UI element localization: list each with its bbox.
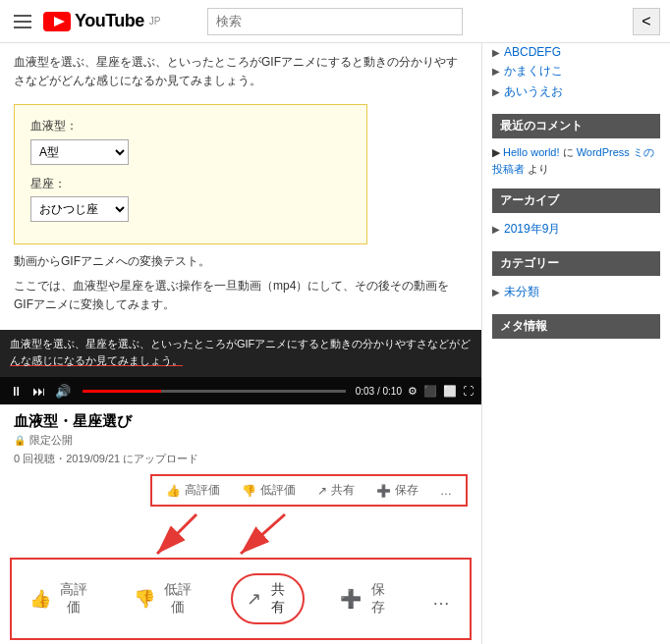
save-icon-large: ➕ bbox=[340, 588, 362, 610]
article-preview: 血液型を選ぶ、星座を選ぶ、といったところがGIFアニメにすると動きの分かりやすさ… bbox=[0, 43, 481, 330]
arrows-svg bbox=[123, 510, 359, 558]
save-icon-small: ➕ bbox=[376, 484, 391, 498]
sidebar-link-abcdefg[interactable]: ABCDEFG bbox=[504, 45, 561, 59]
share-icon-small: ↗ bbox=[317, 484, 327, 498]
youtube-jp-suffix: JP bbox=[149, 16, 161, 27]
dislike-icon-large: 👎 bbox=[134, 588, 155, 610]
blood-type-select[interactable]: A型 B型 O型 AB型 bbox=[30, 139, 129, 165]
pause-button[interactable]: ⏸ bbox=[8, 384, 25, 399]
action-bar-top-wrapper: 👍 高評価 👎 低評価 ↗ 共有 ➕ 保存 … bbox=[0, 474, 481, 510]
sidebar: ▶ ABCDEFG ▶ かまくけこ ▶ あいうえお 最近のコメント ▶ Hell… bbox=[481, 43, 670, 644]
bullet-icon: ▶ bbox=[492, 66, 500, 77]
youtube-text: YouTube bbox=[75, 11, 144, 31]
like-icon-large: 👍 bbox=[29, 588, 51, 610]
fullscreen-icon[interactable]: ⛶ bbox=[463, 385, 474, 397]
progress-bar[interactable] bbox=[83, 390, 346, 393]
meta-title: メタ情報 bbox=[492, 314, 660, 339]
privacy-label: 限定公開 bbox=[29, 433, 73, 448]
main-content: 血液型を選ぶ、星座を選ぶ、といったところがGIFアニメにすると動きの分かりやすさ… bbox=[0, 43, 670, 644]
video-privacy: 🔒 限定公開 bbox=[14, 433, 468, 448]
comment-item: ▶ Hello world! に WordPress ミの投稿者 より bbox=[492, 144, 660, 177]
category-title: カテゴリー bbox=[492, 251, 660, 276]
header-action-button[interactable]: < bbox=[633, 8, 660, 35]
hamburger-menu-button[interactable] bbox=[10, 11, 35, 32]
like-label-large: 高評価 bbox=[57, 581, 90, 617]
article-desc1: 動画からGIFアニメへの変換テスト。 bbox=[14, 252, 468, 271]
comment-link-helloworld[interactable]: Hello world! bbox=[503, 146, 559, 158]
theater-icon[interactable]: ⬜ bbox=[443, 385, 457, 398]
bullet-icon: ▶ bbox=[492, 47, 500, 58]
action-bar-top-redbox: 👍 高評価 👎 低評価 ↗ 共有 ➕ 保存 … bbox=[150, 474, 468, 507]
video-meta: 0 回視聴・2019/09/21 にアップロード bbox=[14, 452, 468, 466]
like-icon-small: 👍 bbox=[166, 484, 181, 498]
article-desc2: ここでは、血液型や星座を選ぶ操作を一旦動画（mp4）にして、その後その動画をGI… bbox=[14, 277, 468, 314]
dislike-icon-small: 👎 bbox=[242, 484, 256, 498]
lock-icon: 🔒 bbox=[14, 435, 26, 446]
view-count: 0 回視聴 bbox=[14, 453, 55, 464]
volume-button[interactable]: 🔊 bbox=[53, 384, 73, 399]
next-button[interactable]: ⏭ bbox=[30, 384, 47, 399]
sidebar-item-abcdefg[interactable]: ▶ ABCDEFG bbox=[492, 43, 660, 61]
dislike-button-small[interactable]: 👎 低評価 bbox=[238, 480, 300, 501]
video-section: 血液型を選ぶ、星座を選ぶ、といったところがGIFアニメにすると動きの分かりやすさ… bbox=[0, 43, 481, 644]
more-label-large: … bbox=[432, 589, 452, 610]
more-button-large[interactable]: … bbox=[424, 585, 460, 614]
search-bar[interactable] bbox=[207, 8, 463, 35]
sidebar-link-kamaku[interactable]: かまくけこ bbox=[504, 63, 563, 80]
header-left: YouTubeJP bbox=[10, 11, 161, 32]
like-button-large[interactable]: 👍 高評価 bbox=[22, 577, 98, 620]
archive-link-2019-09[interactable]: 2019年9月 bbox=[504, 221, 560, 238]
dislike-label-large: 低評価 bbox=[161, 581, 195, 617]
progress-fill bbox=[83, 390, 161, 393]
save-label-small: 保存 bbox=[395, 482, 419, 499]
svg-line-3 bbox=[241, 514, 285, 554]
more-button-small[interactable]: … bbox=[436, 482, 456, 500]
svg-line-2 bbox=[157, 514, 196, 554]
share-button-small[interactable]: ↗ 共有 bbox=[313, 480, 359, 501]
header-right: < bbox=[633, 8, 660, 35]
overlay-line1: 血液型を選ぶ、星座を選ぶ、といったところがGIFアニメにすると動きの分かりやすさ… bbox=[10, 336, 472, 352]
like-label-small: 高評価 bbox=[185, 482, 220, 499]
bullet-icon: ▶ bbox=[492, 86, 500, 97]
sidebar-item-kamaku[interactable]: ▶ かまくけこ bbox=[492, 61, 660, 81]
sidebar-archive: アーカイブ ▶ 2019年9月 bbox=[492, 188, 660, 240]
save-button-large[interactable]: ➕ 保存 bbox=[332, 577, 397, 620]
video-overlay-text: 血液型を選ぶ、星座を選ぶ、といったところがGIFアニメにすると動きの分かりやすさ… bbox=[0, 330, 481, 374]
like-button-small[interactable]: 👍 高評価 bbox=[162, 480, 224, 501]
form-box: 血液型： A型 B型 O型 AB型 星座： おひつじ座 おうし座 ふたご座 bbox=[14, 104, 367, 243]
action-bar-large: 👍 高評価 👎 低評価 ↗ 共有 ➕ 保存 … bbox=[10, 558, 472, 640]
video-title: 血液型・星座選び bbox=[14, 412, 468, 431]
sidebar-item-uncategorized[interactable]: ▶ 未分類 bbox=[492, 282, 660, 302]
overlay-line2: んな感じになるか見てみましょう。 bbox=[10, 352, 472, 369]
sidebar-item-aiueo[interactable]: ▶ あいうえお bbox=[492, 81, 660, 102]
search-input[interactable] bbox=[207, 8, 463, 35]
video-player[interactable]: 血液型を選ぶ、星座を選ぶ、といったところがGIFアニメにすると動きの分かりやすさ… bbox=[0, 330, 481, 404]
video-info: 血液型・星座選び 🔒 限定公開 0 回視聴・2019/09/21 にアップロード bbox=[0, 404, 481, 474]
blood-type-label: 血液型： bbox=[30, 117, 351, 135]
zodiac-select[interactable]: おひつじ座 おうし座 ふたご座 bbox=[30, 196, 129, 222]
zodiac-label: 星座： bbox=[30, 175, 351, 193]
youtube-play-icon bbox=[43, 12, 71, 31]
share-icon-large: ↗ bbox=[247, 588, 261, 610]
settings-icon[interactable]: ⚙ bbox=[408, 385, 418, 398]
bullet-icon: ▶ bbox=[492, 224, 500, 235]
video-container: 血液型を選ぶ、星座を選ぶ、といったところがGIFアニメにすると動きの分かりやすさ… bbox=[0, 330, 481, 404]
dislike-button-large[interactable]: 👎 低評価 bbox=[126, 577, 202, 620]
subtitles-icon[interactable]: ⬛ bbox=[423, 385, 437, 398]
category-link-uncategorized[interactable]: 未分類 bbox=[504, 284, 539, 300]
sidebar-link-aiueo[interactable]: あいうえお bbox=[504, 83, 563, 100]
sidebar-item-2019-09[interactable]: ▶ 2019年9月 bbox=[492, 219, 660, 240]
youtube-logo[interactable]: YouTubeJP bbox=[43, 11, 161, 31]
bullet-icon: ▶ bbox=[492, 287, 500, 297]
archive-title: アーカイブ bbox=[492, 188, 660, 213]
time-display: 0:03 / 0:10 bbox=[356, 386, 402, 397]
save-button-small[interactable]: ➕ 保存 bbox=[372, 480, 422, 501]
header: YouTubeJP < bbox=[0, 0, 670, 43]
ctrl-icons-right: ⚙ ⬛ ⬜ ⛶ bbox=[408, 385, 474, 398]
share-label-small: 共有 bbox=[331, 482, 355, 499]
article-intro: 血液型を選ぶ、星座を選ぶ、といったところがGIFアニメにすると動きの分かりやすさ… bbox=[14, 53, 468, 90]
recent-comments-title: 最近のコメント bbox=[492, 114, 660, 138]
more-label-small: … bbox=[440, 484, 452, 498]
share-button-large[interactable]: ↗ 共有 bbox=[231, 573, 306, 624]
share-label-large: 共有 bbox=[267, 581, 290, 617]
